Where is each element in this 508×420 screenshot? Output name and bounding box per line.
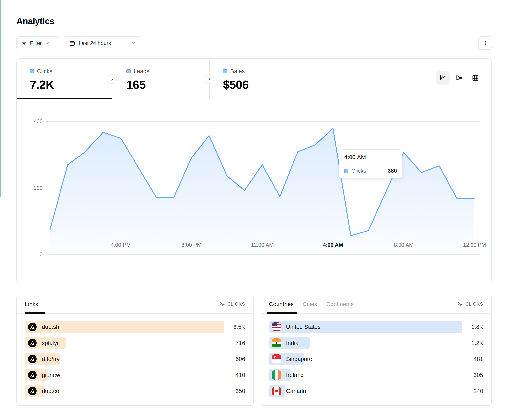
links-metric-header-label: CLICKS — [227, 302, 245, 307]
row-label: dub.sh — [42, 324, 59, 330]
row-value: 481 — [474, 353, 483, 365]
row-label: spti.fyi — [42, 340, 58, 346]
leads-legend-swatch — [126, 69, 131, 73]
x-axis-tick: 12:00 AM — [246, 242, 278, 248]
table-view-toggle[interactable] — [469, 71, 482, 85]
country-row-canada[interactable]: Canada240 — [269, 385, 483, 398]
dub-logo-icon — [28, 355, 37, 363]
y-axis-tick: 400 — [27, 118, 43, 125]
in-flag-icon — [272, 338, 281, 348]
cursor-click-icon — [219, 301, 225, 307]
kebab-menu-icon — [482, 40, 488, 46]
tooltip-time: 4:00 AM — [339, 150, 402, 164]
date-range-button[interactable]: Last 24 hours — [64, 36, 141, 50]
analytics-page: Analytics Filter Last 24 hours Cl — [0, 0, 508, 420]
x-axis-tick: 4:00 AM — [317, 242, 349, 248]
countries-rows: United States1.8KIndia1.2KSingapore481Ir… — [269, 320, 483, 401]
filter-icon — [21, 40, 27, 46]
x-axis-tick: 8:00 AM — [388, 242, 419, 248]
tab-continents[interactable]: Continents — [326, 301, 354, 307]
y-axis-tick: 200 — [27, 185, 43, 191]
clicks-tab-label: Clicks — [37, 68, 52, 74]
leads-tab-value: 165 — [126, 78, 146, 92]
filter-button-label: Filter — [30, 40, 42, 46]
row-label: Ireland — [286, 372, 304, 378]
more-options-button[interactable] — [478, 36, 492, 50]
line-chart-icon — [439, 74, 447, 82]
clicks-legend-swatch — [30, 69, 34, 73]
row-label: Canada — [286, 388, 306, 394]
country-row-united-states[interactable]: United States1.8K — [269, 320, 483, 333]
links-panel: Links CLICKS dub.sh3.5Kspti.fyi716d.to/t… — [16, 295, 254, 406]
chart-tooltip: 4:00 AM Clicks 380 — [339, 149, 403, 178]
clicks-tab-value: 7.2K — [30, 78, 54, 92]
countries-tab-underline — [267, 312, 297, 314]
tab-links[interactable]: Links — [25, 301, 38, 307]
sales-legend-swatch — [223, 69, 227, 73]
page-title: Analytics — [16, 16, 54, 26]
country-row-ireland[interactable]: Ireland305 — [269, 369, 483, 381]
funnel-chart-toggle[interactable] — [452, 71, 466, 85]
expand-clicks-button[interactable] — [107, 74, 117, 84]
tab-cities[interactable]: Cities — [303, 301, 317, 307]
sg-flag-icon — [272, 355, 281, 363]
links-tab-underline — [25, 312, 45, 314]
row-label: d.to/try — [42, 356, 60, 362]
chart-type-switcher — [436, 71, 482, 85]
link-row-dub-sh[interactable]: dub.sh3.5K — [25, 320, 245, 333]
links-metric-header[interactable]: CLICKS — [219, 301, 245, 307]
expand-leads-button[interactable] — [205, 74, 214, 84]
chevron-down-icon — [131, 41, 136, 46]
ca-flag-icon — [272, 386, 281, 396]
dub-logo-icon — [28, 387, 37, 395]
chevron-right-icon — [110, 77, 114, 81]
row-value: 350 — [236, 385, 245, 398]
chevron-down-icon — [45, 41, 50, 46]
tooltip-value: 380 — [388, 168, 397, 174]
tab-sales[interactable]: Sales $506 — [209, 59, 308, 100]
area-chart — [46, 122, 480, 256]
line-chart-toggle[interactable] — [436, 71, 450, 85]
row-value: 240 — [474, 385, 483, 398]
metric-tabs-row: Clicks 7.2K Leads 165 — [17, 59, 491, 100]
tab-clicks[interactable]: Clicks 7.2K — [17, 59, 112, 100]
x-axis-tick: 8:00 PM — [176, 242, 207, 248]
links-panel-header: Links CLICKS — [17, 295, 253, 314]
row-label: India — [286, 340, 299, 346]
links-rows: dub.sh3.5Kspti.fyi716d.to/try606git.new4… — [25, 320, 245, 401]
dub-logo-icon — [28, 371, 37, 379]
row-value: 305 — [474, 369, 483, 381]
dub-logo-icon — [28, 339, 37, 347]
country-row-singapore[interactable]: Singapore481 — [269, 353, 483, 365]
row-value: 1.8K — [471, 320, 483, 333]
countries-metric-header[interactable]: CLICKS — [457, 301, 483, 307]
link-row-spti-fyi[interactable]: spti.fyi716 — [25, 337, 245, 349]
date-range-label: Last 24 hours — [79, 40, 111, 46]
tab-countries[interactable]: Countries — [269, 301, 294, 307]
tooltip-legend-swatch — [344, 169, 348, 173]
row-value: 716 — [236, 337, 245, 349]
dub-logo-icon — [28, 323, 37, 331]
us-flag-icon — [272, 322, 281, 332]
countries-panel: CountriesCitiesContinents CLICKS United … — [261, 295, 492, 406]
row-label: git.new — [42, 372, 60, 378]
tooltip-series-label: Clicks — [351, 168, 366, 174]
tab-leads[interactable]: Leads 165 — [112, 59, 209, 100]
link-row-d-to-try[interactable]: d.to/try606 — [25, 353, 245, 365]
clicks-time-series-chart[interactable]: 4002000 4:00 PM8:00 PM12:00 AM4:00 AM8:0… — [17, 100, 491, 283]
cursor-click-icon — [457, 301, 463, 307]
analytics-card: Clicks 7.2K Leads 165 — [16, 58, 492, 283]
row-value: 606 — [236, 353, 245, 365]
filter-button[interactable]: Filter — [16, 36, 58, 50]
left-edge-accent — [0, 0, 1, 197]
calendar-icon — [69, 40, 75, 46]
leads-tab-label: Leads — [134, 68, 149, 74]
y-axis-tick: 0 — [27, 251, 43, 258]
link-row-git-new[interactable]: git.new410 — [25, 369, 245, 381]
row-label: dub.co — [42, 388, 59, 394]
table-grid-icon — [472, 74, 479, 82]
chevron-right-icon — [207, 77, 212, 81]
country-row-india[interactable]: India1.2K — [269, 337, 483, 349]
sales-tab-label: Sales — [230, 68, 245, 74]
link-row-dub-co[interactable]: dub.co350 — [25, 385, 245, 398]
